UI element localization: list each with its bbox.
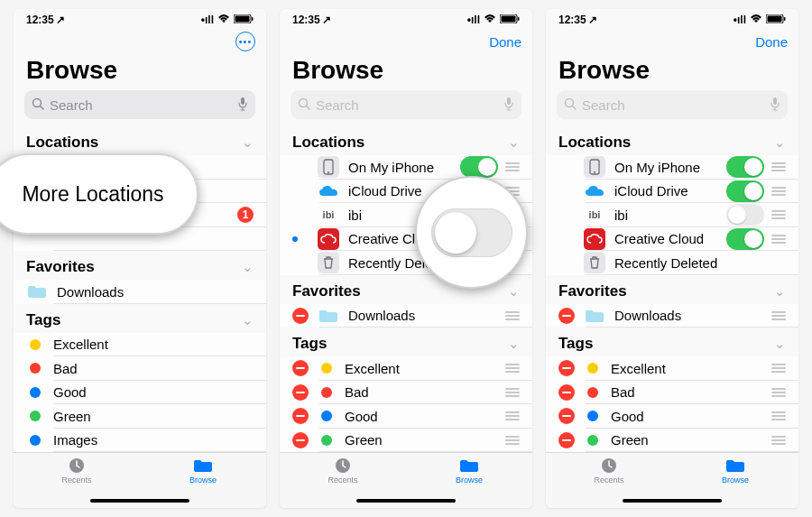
tag-row[interactable]: Excellent xyxy=(546,356,798,381)
home-indicator[interactable] xyxy=(356,499,456,503)
section-favorites[interactable]: Favorites⌄ xyxy=(546,275,798,304)
location-on-my-iphone[interactable]: On My iPhone xyxy=(546,155,798,180)
toggle[interactable] xyxy=(460,156,498,178)
tag-dot xyxy=(30,435,41,446)
drag-handle-icon[interactable] xyxy=(771,363,786,374)
location-recently-deleted[interactable]: Recently Deleted xyxy=(546,251,798,275)
mic-icon[interactable] xyxy=(237,97,248,114)
section-favorites[interactable]: Favorites⌄ xyxy=(280,275,532,304)
folder-icon xyxy=(318,305,339,327)
section-locations[interactable]: Locations⌄ xyxy=(546,126,798,155)
tag-row[interactable]: Good xyxy=(280,404,532,429)
tag-row[interactable]: Excellent xyxy=(280,356,532,381)
home-indicator[interactable] xyxy=(90,499,189,503)
tag-row[interactable]: Green xyxy=(280,429,532,453)
drag-handle-icon[interactable] xyxy=(771,435,786,446)
toggle[interactable] xyxy=(460,180,498,202)
tag-row[interactable]: Bad xyxy=(280,381,532,405)
svg-rect-20 xyxy=(784,17,786,21)
home-indicator[interactable] xyxy=(623,499,722,503)
search-placeholder: Search xyxy=(50,97,93,113)
tag-row[interactable]: Green xyxy=(14,404,266,429)
favorite-downloads[interactable]: Downloads xyxy=(280,304,532,328)
more-locations-row[interactable]: More Locations 1 xyxy=(14,203,266,227)
tag-row[interactable]: Good xyxy=(14,381,266,405)
chevron-down-icon: ⌄ xyxy=(774,134,786,151)
more-button[interactable]: ••• xyxy=(235,32,255,51)
toggle[interactable] xyxy=(726,180,764,202)
drag-handle-icon[interactable] xyxy=(771,162,786,172)
drag-handle-icon[interactable] xyxy=(505,363,520,374)
drag-handle-icon[interactable] xyxy=(505,435,520,446)
drag-handle-icon[interactable] xyxy=(771,411,786,421)
delete-button[interactable] xyxy=(292,360,309,376)
location-ibi[interactable]: ibiibi xyxy=(280,203,532,227)
delete-button[interactable] xyxy=(292,408,309,424)
tag-row[interactable]: Bad xyxy=(546,381,798,405)
chevron-down-icon: ⌄ xyxy=(508,336,520,352)
section-locations[interactable]: Locations ⌄ xyxy=(14,126,266,155)
drag-handle-icon[interactable] xyxy=(771,186,786,197)
location-icloud-drive[interactable]: iCloud Drive xyxy=(280,180,532,204)
tag-row[interactable]: Excellent xyxy=(14,333,266,357)
search-input[interactable]: Search xyxy=(557,90,788,119)
delete-button[interactable] xyxy=(558,408,575,424)
chevron-down-icon: ⌄ xyxy=(242,312,254,328)
delete-button[interactable] xyxy=(558,384,575,401)
drag-handle-icon[interactable] xyxy=(771,310,786,321)
tag-row[interactable]: Images xyxy=(14,429,266,453)
delete-button[interactable] xyxy=(292,308,309,324)
done-button[interactable]: Done xyxy=(489,34,521,50)
delete-button[interactable] xyxy=(292,384,309,401)
drag-handle-icon[interactable] xyxy=(505,387,520,398)
location-creative-cloud[interactable]: Creative Cloud xyxy=(546,227,798,252)
delete-button[interactable] xyxy=(558,432,575,448)
toggle[interactable] xyxy=(460,228,498,250)
toggle[interactable] xyxy=(726,156,764,178)
tag-row[interactable]: Green xyxy=(546,429,798,453)
drag-handle-icon[interactable] xyxy=(505,162,520,172)
svg-rect-2 xyxy=(252,17,254,21)
tag-row[interactable]: Bad xyxy=(14,356,266,381)
location-icloud-drive[interactable]: iCloud Drive xyxy=(546,180,798,204)
drag-handle-icon[interactable] xyxy=(505,209,520,220)
location-on-my-iphone[interactable]: On My iPhone xyxy=(14,155,266,180)
section-favorites[interactable]: Favorites ⌄ xyxy=(14,251,266,280)
drag-handle-icon[interactable] xyxy=(505,411,520,421)
section-tags[interactable]: Tags⌄ xyxy=(280,328,532,356)
mic-icon[interactable] xyxy=(503,97,514,114)
tab-bar: Recents Browse xyxy=(14,452,266,508)
location-on-my-iphone[interactable]: On My iPhone xyxy=(280,155,532,180)
favorite-downloads[interactable]: Downloads xyxy=(546,304,798,328)
favorite-downloads[interactable]: Downloads xyxy=(14,280,266,304)
toggle[interactable] xyxy=(460,204,498,226)
iphone-icon xyxy=(584,156,605,178)
tag-dot xyxy=(321,435,332,446)
drag-handle-icon[interactable] xyxy=(505,186,520,197)
done-button[interactable]: Done xyxy=(755,34,788,50)
location-recently-deleted[interactable]: Recently Deleted xyxy=(280,251,532,275)
section-locations[interactable]: Locations⌄ xyxy=(280,126,532,155)
search-input[interactable]: Search xyxy=(24,90,255,119)
section-tags[interactable]: Tags⌄ xyxy=(546,328,798,356)
delete-button[interactable] xyxy=(558,360,575,376)
toggle[interactable] xyxy=(726,228,764,250)
svg-rect-19 xyxy=(768,16,782,23)
delete-button[interactable] xyxy=(558,308,575,324)
drag-handle-icon[interactable] xyxy=(771,387,786,398)
search-input[interactable]: Search xyxy=(291,90,521,119)
badge: 1 xyxy=(237,207,254,223)
location-creative-cloud[interactable]: Creative Cloud xyxy=(280,227,532,252)
toggle[interactable] xyxy=(726,204,764,226)
drag-handle-icon[interactable] xyxy=(505,310,520,321)
mic-icon[interactable] xyxy=(770,97,780,114)
location-hidden-icloud[interactable] xyxy=(14,180,266,204)
delete-button[interactable] xyxy=(292,432,309,448)
tag-row[interactable]: Good xyxy=(546,404,798,429)
section-tags[interactable]: Tags ⌄ xyxy=(14,304,266,333)
screenshot-2: 12:35↗ •ıll Done Browse Search Locations… xyxy=(280,9,532,508)
location-ibi[interactable]: ibiibi xyxy=(546,203,798,227)
drag-handle-icon[interactable] xyxy=(771,209,786,220)
drag-handle-icon[interactable] xyxy=(771,234,786,245)
drag-handle-icon[interactable] xyxy=(505,234,520,245)
